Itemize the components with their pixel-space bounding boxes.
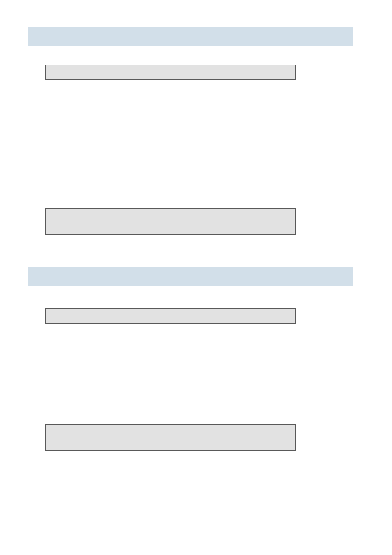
- input-box-4: [45, 424, 296, 451]
- section-header-bar-1: [28, 27, 353, 46]
- section-header-bar-2: [28, 267, 353, 286]
- input-box-1: [45, 65, 296, 80]
- page-container: [0, 0, 392, 555]
- input-box-2: [45, 208, 296, 235]
- input-box-3: [45, 308, 296, 324]
